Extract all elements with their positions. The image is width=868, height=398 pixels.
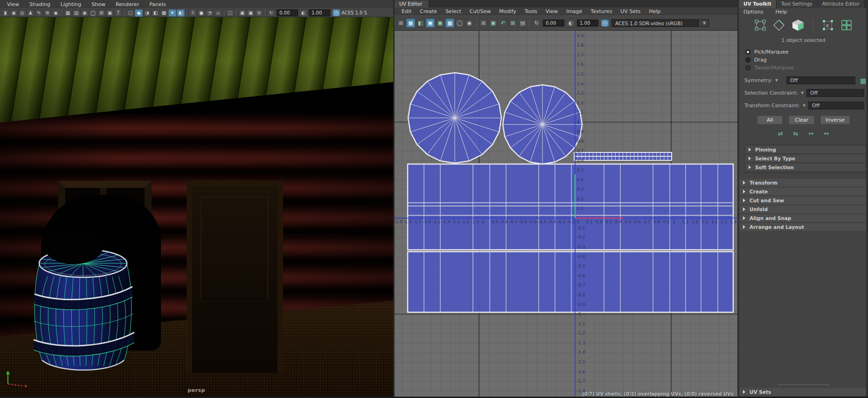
tweak-marquee-icon[interactable]: x (822, 19, 834, 33)
camera-icon[interactable]: ◉ (10, 9, 18, 17)
gate-mask-icon[interactable]: ◯ (89, 9, 97, 17)
menu-item-textures[interactable]: Textures (586, 8, 616, 14)
playblast-icon[interactable]: ▮ (1, 9, 9, 17)
tab-attribute-editor[interactable]: Attribute Editor (818, 0, 865, 8)
menu-item-view[interactable]: View (542, 8, 562, 14)
shade-uvs-icon[interactable]: ◯ (455, 19, 464, 27)
selected-barrel-mesh[interactable] (28, 234, 138, 389)
camera-aim-icon[interactable]: ◎ (18, 9, 26, 17)
color-management-on-icon[interactable]: ON (601, 20, 609, 27)
section-create[interactable]: Create (740, 188, 867, 195)
mode-tweak-marquee[interactable]: Tweak/Marquee (739, 64, 868, 72)
wireframe-icon[interactable]: ▢ (126, 9, 134, 17)
menu-item-help[interactable]: Help (645, 8, 665, 14)
section-uv-sets[interactable]: UV Sets (740, 388, 867, 396)
pivot-icon[interactable]: ⊕ (43, 9, 51, 17)
motion-trail-icon[interactable]: ◔ (206, 9, 214, 17)
section-align-and-snap[interactable]: Align and Snap (740, 214, 867, 222)
sphere-display-icon[interactable]: ● (197, 9, 205, 17)
section-unfold[interactable]: Unfold (740, 206, 867, 213)
image-range-icon[interactable]: ▣ (489, 19, 498, 27)
grid-uv-icon[interactable] (840, 19, 853, 33)
checker-map-icon[interactable]: ⊞ (479, 19, 488, 27)
clear-image-icon[interactable]: ⊠ (508, 19, 517, 27)
checker-display-icon[interactable]: ▩ (160, 9, 168, 17)
radio-button[interactable] (745, 65, 750, 70)
all-button[interactable]: All (757, 116, 783, 124)
inverse-button[interactable]: Inverse (820, 116, 850, 124)
pixel-snap-icon[interactable]: ▩ (445, 19, 454, 27)
brush-icon[interactable]: ◆ (52, 9, 60, 17)
marquee-select-icon[interactable] (754, 19, 766, 33)
selection-constraint-field[interactable]: Off (806, 89, 864, 97)
section-soft-selection[interactable]: Soft Selection (745, 164, 866, 171)
menu-item-tools[interactable]: Tools (521, 8, 542, 14)
panel-drag-handle[interactable] (778, 384, 829, 385)
shaded-mode-icon[interactable]: ◆ (135, 9, 143, 17)
update-psd-icon[interactable]: ▤ (518, 19, 527, 27)
text-icon[interactable]: T (114, 9, 122, 17)
section-cut-and-sew[interactable]: Cut and Sew (740, 197, 867, 204)
frame-all-icon[interactable]: ▣ (436, 19, 444, 27)
menu-item-show[interactable]: Show (86, 1, 111, 7)
field-chart-icon[interactable]: ⊞ (97, 9, 105, 17)
uv-grid-icon[interactable]: ⊞ (396, 19, 405, 27)
section-select-by-type[interactable]: Select By Type (745, 155, 866, 162)
menu-item-renderer[interactable]: Renderer (111, 1, 144, 7)
menu-item-options[interactable]: Options (743, 9, 763, 15)
menu-item-view[interactable]: View (2, 1, 24, 7)
uv-exposure-field[interactable]: 0.00 (543, 20, 564, 27)
cube-component-icon[interactable] (792, 19, 805, 33)
selection-constraint-caret[interactable]: ▼ (801, 91, 804, 95)
measure-icon[interactable]: ⊘ (255, 9, 263, 17)
symmetry-value-field[interactable]: Off (786, 76, 855, 84)
rotate-image-icon[interactable]: ↶ (499, 19, 507, 27)
uv-canvas[interactable]: 1.91.81.71.61.51.41.31.21.110.90.80.70.6… (395, 31, 737, 398)
exposure-icon[interactable]: ↻ (267, 9, 275, 17)
colorspace-dropdown[interactable]: ACES 1.0 SDR-video (sRGB) (611, 19, 699, 27)
tab-uv-toolkit[interactable]: UV Toolkit (739, 0, 777, 8)
tab-tool-settings[interactable]: Tool Settings (777, 0, 818, 8)
wire-on-shaded-icon[interactable]: ◧ (152, 9, 160, 17)
toolkit-scrollbar[interactable] (866, 0, 868, 398)
menu-item-cut-sew[interactable]: Cut/Sew (465, 8, 495, 14)
menu-item-image[interactable]: Image (562, 8, 586, 14)
shadows-icon[interactable]: ◐ (177, 9, 185, 17)
color-management-on-icon[interactable]: ON (333, 9, 340, 16)
transform-constraint-field[interactable]: Off (808, 102, 864, 110)
radio-button[interactable] (745, 57, 750, 62)
section-arrange-and-layout[interactable]: Arrange and Layout (740, 223, 867, 231)
colorspace-dropdown-arrow[interactable]: ▼ (700, 19, 709, 27)
viewport-exposure-field[interactable]: 0.00 (277, 9, 298, 16)
menu-item-panels[interactable]: Panels (144, 1, 171, 7)
mode-drag[interactable]: Drag (739, 56, 868, 64)
resolution-gate-icon[interactable]: ◉ (81, 9, 89, 17)
gamma-icon[interactable]: ◐ (566, 19, 575, 27)
paste-icon[interactable]: ▣ (247, 9, 255, 17)
spacing-v-icon[interactable]: ↔ (824, 130, 829, 137)
uv-gamma-field[interactable]: 1.00 (577, 20, 598, 27)
menu-item-select[interactable]: Select (441, 8, 465, 14)
pencil-icon[interactable]: ✎ (35, 9, 43, 17)
film-gate-icon[interactable]: ▤ (72, 9, 80, 17)
viewport-gamma-field[interactable]: 1.00 (309, 9, 330, 16)
symmetry-dropdown-caret[interactable]: ▼ (775, 78, 778, 82)
section-pinning[interactable]: Pinning (745, 146, 866, 153)
menu-item-edit[interactable]: Edit (397, 8, 416, 14)
spacing-u-icon[interactable]: ↔ (809, 130, 814, 137)
copy-icon[interactable]: ▣ (238, 9, 246, 17)
frame-selection-icon[interactable]: ▣ (426, 19, 435, 27)
lasso-select-icon[interactable] (773, 19, 785, 33)
joint-icon[interactable]: ♟ (27, 9, 35, 17)
exposure-icon[interactable]: ↻ (532, 19, 541, 27)
viewport-colorspace-label[interactable]: ACES 1.0 S (341, 10, 392, 15)
menu-item-modify[interactable]: Modify (495, 8, 520, 14)
clear-button[interactable]: Clear (789, 116, 814, 124)
symmetry-grid-icon[interactable]: ▦ (860, 77, 866, 84)
uv-shaded-icon[interactable]: ▦ (406, 19, 415, 27)
joints-display-icon[interactable]: ⠿ (189, 9, 197, 17)
perspective-viewport[interactable]: ViewShadingLightingShowRendererPanels ▮◉… (0, 0, 393, 398)
lights-icon[interactable]: ☀ (168, 9, 176, 17)
grid-icon[interactable]: ▦ (64, 9, 72, 17)
menu-item-uv-sets[interactable]: UV Sets (616, 8, 645, 14)
